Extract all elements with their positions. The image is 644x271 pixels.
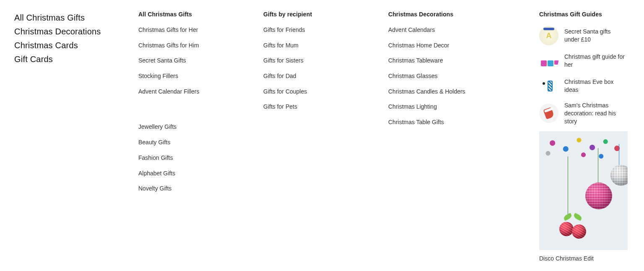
link-christmas-home-decor[interactable]: Christmas Home Decor	[388, 42, 522, 49]
promo-image	[539, 131, 628, 250]
link-gifts-for-mum[interactable]: Gifts for Mum	[263, 42, 371, 49]
promo-caption: Disco Christmas Edit	[539, 255, 627, 262]
link-gifts-for-sisters[interactable]: Gifts for Sisters	[263, 57, 371, 64]
link-advent-calendars[interactable]: Advent Calendars	[388, 26, 522, 34]
guide-gift-guide-for-her[interactable]: Christmas gift guide for her	[539, 51, 627, 70]
link-christmas-table-gifts[interactable]: Christmas Table Gifts	[388, 118, 522, 126]
heading-all-christmas-gifts: All Christmas Gifts	[138, 11, 247, 18]
guide-thumb-icon	[539, 26, 558, 45]
column-gifts-by-recipient: Gifts by recipient Gifts for Friends Gif…	[263, 11, 388, 118]
link-advent-calendar-fillers[interactable]: Advent Calendar Fillers	[138, 88, 247, 95]
heading-gifts-by-recipient: Gifts by recipient	[263, 11, 371, 18]
column-gift-guides: Christmas Gift Guides Secret Santa gifts…	[539, 11, 644, 262]
link-novelty-gifts[interactable]: Novelty Gifts	[138, 185, 247, 192]
guide-christmas-eve-box-ideas[interactable]: Christmas Eve box ideas	[539, 76, 627, 96]
column-all-christmas-gifts: All Christmas Gifts Christmas Gifts for …	[138, 11, 263, 200]
link-christmas-lighting[interactable]: Christmas Lighting	[388, 103, 522, 110]
promo-disco-christmas-edit[interactable]: Disco Christmas Edit	[539, 131, 627, 262]
primary-nav-column: All Christmas Gifts Christmas Decoration…	[14, 11, 138, 66]
guide-label: Christmas Eve box ideas	[564, 78, 627, 94]
heading-christmas-decorations: Christmas Decorations	[388, 11, 522, 18]
heading-gift-guides: Christmas Gift Guides	[539, 11, 627, 18]
link-beauty-gifts[interactable]: Beauty Gifts	[138, 138, 247, 146]
link-christmas-glasses[interactable]: Christmas Glasses	[388, 72, 522, 80]
guide-thumb-icon	[539, 76, 558, 96]
guide-thumb-icon	[539, 104, 558, 123]
primary-link-all-christmas-gifts[interactable]: All Christmas Gifts	[14, 11, 122, 25]
guide-secret-santa-under-10[interactable]: Secret Santa gifts under £10	[539, 26, 627, 45]
guide-label: Secret Santa gifts under £10	[564, 28, 627, 44]
link-fashion-gifts[interactable]: Fashion Gifts	[138, 154, 247, 162]
link-christmas-candles-holders[interactable]: Christmas Candles & Holders	[388, 88, 522, 95]
link-gifts-for-couples[interactable]: Gifts for Couples	[263, 88, 371, 95]
guide-label: Christmas gift guide for her	[564, 53, 627, 69]
column-christmas-decorations: Christmas Decorations Advent Calendars C…	[388, 11, 539, 134]
primary-link-christmas-decorations[interactable]: Christmas Decorations	[14, 25, 122, 39]
link-gifts-for-dad[interactable]: Gifts for Dad	[263, 72, 371, 80]
guide-label: Sam's Christmas decoration: read his sto…	[564, 102, 627, 125]
link-gifts-for-friends[interactable]: Gifts for Friends	[263, 26, 371, 34]
guide-thumb-icon	[539, 51, 558, 70]
link-jewellery-gifts[interactable]: Jewellery Gifts	[138, 123, 247, 130]
mega-menu: All Christmas Gifts Christmas Decoration…	[14, 11, 630, 262]
link-stocking-fillers[interactable]: Stocking Fillers	[138, 72, 247, 80]
link-christmas-gifts-for-him[interactable]: Christmas Gifts for Him	[138, 42, 247, 49]
link-secret-santa-gifts[interactable]: Secret Santa Gifts	[138, 57, 247, 64]
primary-link-gift-cards[interactable]: Gift Cards	[14, 52, 122, 66]
link-gifts-for-pets[interactable]: Gifts for Pets	[263, 103, 371, 110]
link-christmas-tableware[interactable]: Christmas Tableware	[388, 57, 522, 64]
primary-link-christmas-cards[interactable]: Christmas Cards	[14, 39, 122, 52]
link-christmas-gifts-for-her[interactable]: Christmas Gifts for Her	[138, 26, 247, 34]
group-separator	[138, 103, 247, 123]
guide-sams-decoration-story[interactable]: Sam's Christmas decoration: read his sto…	[539, 102, 627, 125]
link-alphabet-gifts[interactable]: Alphabet Gifts	[138, 169, 247, 177]
